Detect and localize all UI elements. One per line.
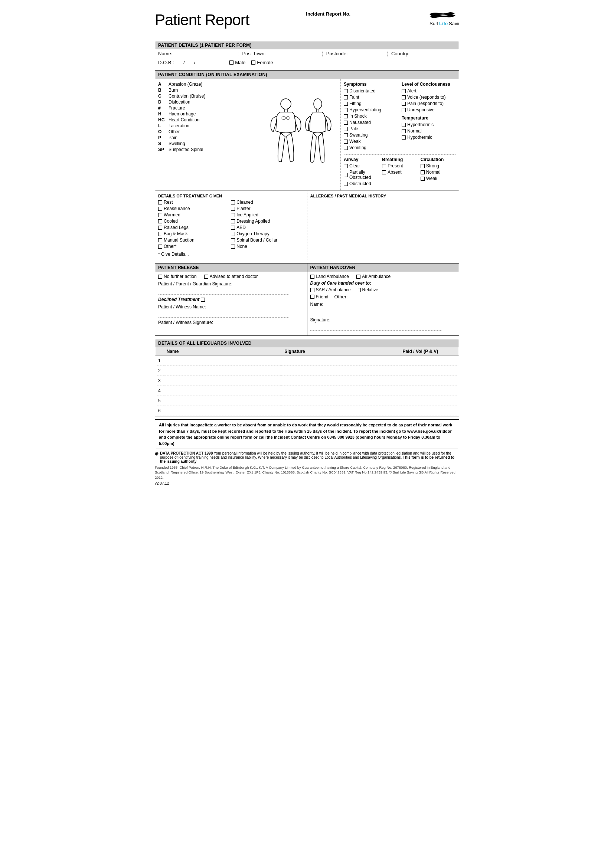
lifeguard-paid-vol[interactable]	[400, 396, 459, 406]
air-ambulance[interactable]: Air Ambulance	[357, 274, 391, 279]
loc-item[interactable]: Voice (responds to)	[402, 95, 456, 100]
symptom-item[interactable]: Pale	[344, 126, 398, 131]
lifeguard-signature[interactable]	[281, 386, 399, 396]
lifeguard-name[interactable]	[164, 376, 282, 386]
treatment-checkbox[interactable]	[231, 200, 235, 205]
airway-checkbox[interactable]	[344, 164, 348, 168]
lifeguard-signature[interactable]	[281, 366, 399, 376]
circulation-item[interactable]: Normal	[420, 170, 456, 175]
treatment-item[interactable]: Rest	[158, 200, 231, 205]
treatment-checkbox[interactable]	[158, 226, 162, 230]
circulation-item[interactable]: Weak	[420, 176, 456, 181]
friend[interactable]: Friend	[310, 294, 329, 299]
symptom-item[interactable]: Vomiting	[344, 145, 398, 150]
lifeguard-signature[interactable]	[281, 406, 399, 416]
circulation-item[interactable]: Strong	[420, 163, 456, 169]
loc-item[interactable]: Pain (responds to)	[402, 101, 456, 106]
lifeguard-name[interactable]	[164, 356, 282, 366]
treatment-item[interactable]: Spinal Board / Collar	[231, 237, 304, 243]
treatment-item[interactable]: Plaster	[231, 206, 304, 211]
lifeguard-name[interactable]	[164, 366, 282, 376]
lifeguard-name[interactable]	[164, 406, 282, 416]
loc-item[interactable]: Alert	[402, 88, 456, 93]
breathing-item[interactable]: Present	[382, 163, 417, 169]
treatment-item[interactable]: Warmed	[158, 212, 231, 217]
treatment-checkbox[interactable]	[231, 238, 235, 242]
treatment-item[interactable]: Reassurance	[158, 206, 231, 211]
attend-doctor-checkbox[interactable]	[204, 274, 208, 279]
breathing-checkbox[interactable]	[382, 170, 386, 174]
treatment-checkbox[interactable]	[231, 232, 235, 236]
witness-name-line[interactable]	[158, 312, 304, 318]
circulation-checkbox[interactable]	[420, 177, 425, 181]
airway-item[interactable]: Obstructed	[344, 181, 379, 186]
female-checkbox[interactable]	[251, 60, 256, 65]
land-ambulance[interactable]: Land Ambulance	[310, 274, 349, 279]
treatment-checkbox[interactable]	[158, 219, 162, 223]
treatment-checkbox[interactable]	[231, 245, 235, 249]
temp-item[interactable]: Hypothermic	[402, 135, 456, 140]
lifeguard-name[interactable]	[164, 386, 282, 396]
male-radio[interactable]: Male	[229, 60, 245, 65]
treatment-checkbox[interactable]	[158, 245, 162, 249]
symptom-item[interactable]: Fitting	[344, 101, 398, 106]
loc-checkbox[interactable]	[402, 102, 406, 106]
airway-item[interactable]: Clear	[344, 163, 379, 169]
symptom-item[interactable]: In Shock	[344, 113, 398, 119]
symptom-checkbox[interactable]	[344, 89, 348, 93]
symptom-checkbox[interactable]	[344, 146, 348, 150]
circulation-checkbox[interactable]	[420, 170, 425, 174]
relative-checkbox[interactable]	[357, 288, 361, 292]
loc-checkbox[interactable]	[402, 108, 406, 112]
breathing-item[interactable]: Absent	[382, 170, 417, 175]
loc-item[interactable]: Unresponsive	[402, 107, 456, 112]
sar-ambulance-checkbox[interactable]	[310, 288, 315, 292]
lifeguard-paid-vol[interactable]	[400, 376, 459, 386]
treatment-checkbox[interactable]	[158, 213, 162, 217]
temp-checkbox[interactable]	[402, 123, 406, 127]
treatment-checkbox[interactable]	[231, 207, 235, 211]
treatment-checkbox[interactable]	[231, 213, 235, 217]
breathing-checkbox[interactable]	[382, 164, 386, 168]
symptom-item[interactable]: Weak	[344, 139, 398, 144]
lifeguard-paid-vol[interactable]	[400, 386, 459, 396]
treatment-item[interactable]: Oxygen Therapy	[231, 231, 304, 236]
symptom-checkbox[interactable]	[344, 102, 348, 106]
lifeguard-paid-vol[interactable]	[400, 366, 459, 376]
declined-treatment-checkbox[interactable]	[201, 298, 205, 302]
no-further-action[interactable]: No further action	[158, 274, 197, 279]
symptom-checkbox[interactable]	[344, 133, 348, 137]
female-radio[interactable]: Female	[251, 60, 273, 65]
loc-checkbox[interactable]	[402, 89, 406, 93]
handover-sig-line[interactable]	[310, 325, 456, 331]
lifeguard-signature[interactable]	[281, 356, 399, 366]
attend-doctor[interactable]: Advised to attend doctor	[204, 274, 257, 279]
symptom-checkbox[interactable]	[344, 121, 348, 125]
loc-checkbox[interactable]	[402, 95, 406, 99]
treatment-item[interactable]: Other*	[158, 244, 231, 249]
circulation-checkbox[interactable]	[420, 164, 425, 168]
treatment-item[interactable]: Dressing Applied	[231, 219, 304, 224]
handover-name-line[interactable]	[310, 309, 456, 315]
temp-checkbox[interactable]	[402, 129, 406, 133]
treatment-checkbox[interactable]	[158, 232, 162, 236]
lifeguard-signature[interactable]	[281, 376, 399, 386]
treatment-checkbox[interactable]	[231, 219, 235, 223]
lifeguard-name[interactable]	[164, 396, 282, 406]
symptom-item[interactable]: Disorientated	[344, 88, 398, 93]
treatment-item[interactable]: AED	[231, 225, 304, 230]
symptom-item[interactable]: Nauseated	[344, 120, 398, 125]
treatment-checkbox[interactable]	[158, 200, 162, 205]
treatment-item[interactable]: Bag & Mask	[158, 231, 231, 236]
lifeguard-paid-vol[interactable]	[400, 406, 459, 416]
temp-item[interactable]: Normal	[402, 129, 456, 133]
male-checkbox[interactable]	[229, 60, 234, 65]
lifeguard-paid-vol[interactable]	[400, 356, 459, 366]
treatment-item[interactable]: Ice Applied	[231, 212, 304, 217]
lifeguard-signature[interactable]	[281, 396, 399, 406]
symptom-checkbox[interactable]	[344, 127, 348, 131]
friend-checkbox[interactable]	[310, 294, 315, 299]
symptom-item[interactable]: Sweating	[344, 132, 398, 138]
relative[interactable]: Relative	[357, 287, 378, 293]
symptom-checkbox[interactable]	[344, 140, 348, 144]
